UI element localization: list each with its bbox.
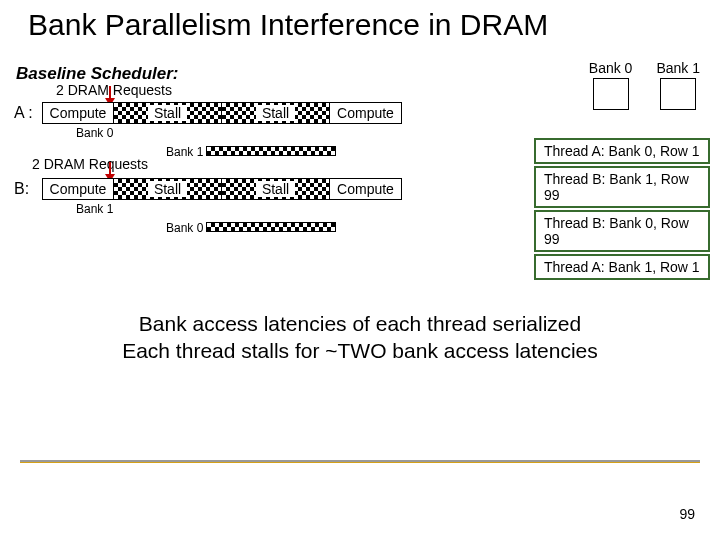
strip-b-bank0: [206, 222, 336, 232]
queue-item: Thread A: Bank 0, Row 1: [534, 138, 710, 164]
thread-b-label: B:: [14, 180, 29, 198]
stall-text: Stall: [148, 105, 187, 121]
thread-b-timeline: Compute Stall Stall Compute: [42, 178, 402, 200]
thread-a-label: A :: [14, 104, 33, 122]
seg-b-compute2: Compute: [330, 178, 402, 200]
bank1-box: [660, 78, 696, 110]
footer-rule-accent: [20, 462, 700, 463]
seg-a-stall1: Stall: [114, 102, 222, 124]
queue-item: Thread B: Bank 1, Row 99: [534, 166, 710, 208]
page-number: 99: [679, 506, 695, 522]
label-b-bank0: Bank 0: [166, 221, 203, 235]
summary-text: Bank access latencies of each thread ser…: [0, 310, 720, 365]
thread-b-request-label: 2 DRAM Requests: [32, 156, 148, 172]
seg-b-compute1: Compute: [42, 178, 114, 200]
seg-a-stall2: Stall: [222, 102, 330, 124]
summary-line2: Each thread stalls for ~TWO bank access …: [0, 337, 720, 364]
bank0-box: [593, 78, 629, 110]
bank1-label: Bank 1: [656, 60, 700, 76]
label-b-bank1: Bank 1: [76, 202, 113, 216]
queue-item: Thread A: Bank 1, Row 1: [534, 254, 710, 280]
service-queue: Thread A: Bank 0, Row 1 Thread B: Bank 1…: [534, 138, 710, 282]
bank1-col: Bank 1: [656, 60, 700, 110]
thread-a-timeline: Compute Stall Stall Compute: [42, 102, 402, 124]
seg-a-compute1: Compute: [42, 102, 114, 124]
label-a-bank0: Bank 0: [76, 126, 113, 140]
strip-a-bank1: [206, 146, 336, 156]
bank0-label: Bank 0: [589, 60, 633, 76]
seg-b-stall1: Stall: [114, 178, 222, 200]
bank-boxes: Bank 0 Bank 1: [589, 60, 700, 110]
label-a-bank1: Bank 1: [166, 145, 203, 159]
summary-line1: Bank access latencies of each thread ser…: [0, 310, 720, 337]
slide-title: Bank Parallelism Interference in DRAM: [0, 0, 720, 43]
stall-text: Stall: [148, 181, 187, 197]
seg-b-stall2: Stall: [222, 178, 330, 200]
seg-a-compute2: Compute: [330, 102, 402, 124]
queue-item: Thread B: Bank 0, Row 99: [534, 210, 710, 252]
stall-text: Stall: [256, 105, 295, 121]
bank0-col: Bank 0: [589, 60, 633, 110]
stall-text: Stall: [256, 181, 295, 197]
thread-a-request-label: 2 DRAM Requests: [56, 82, 172, 98]
scheduler-subtitle: Baseline Scheduler:: [16, 64, 179, 84]
